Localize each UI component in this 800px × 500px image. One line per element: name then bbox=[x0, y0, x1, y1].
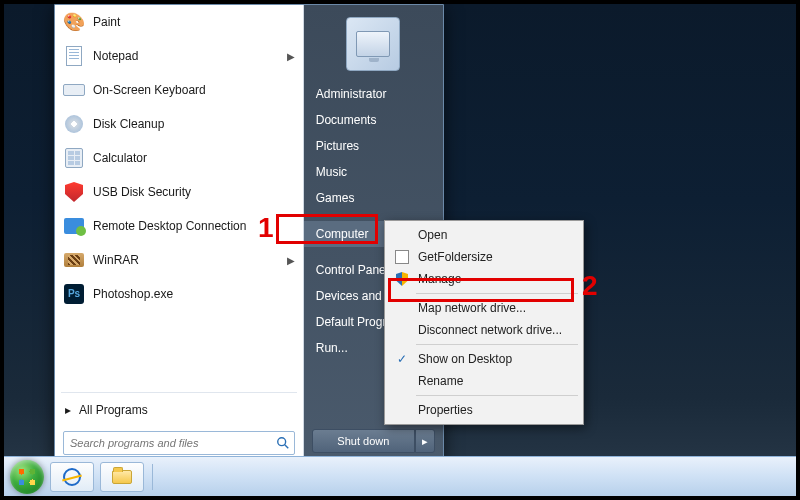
link-pictures[interactable]: Pictures bbox=[304, 133, 443, 159]
check-icon: ✓ bbox=[392, 352, 412, 366]
separator bbox=[416, 395, 578, 396]
ctx-label: Disconnect network drive... bbox=[418, 323, 562, 337]
program-disk-cleanup[interactable]: Disk Cleanup bbox=[55, 107, 303, 141]
submenu-arrow-icon: ▶ bbox=[287, 51, 295, 62]
program-label: On-Screen Keyboard bbox=[93, 83, 206, 97]
link-documents[interactable]: Documents bbox=[304, 107, 443, 133]
program-label: Remote Desktop Connection bbox=[93, 219, 246, 233]
folder-icon bbox=[112, 470, 132, 484]
separator bbox=[416, 293, 578, 294]
separator bbox=[416, 344, 578, 345]
shutdown-button[interactable]: Shut down bbox=[312, 429, 415, 453]
user-avatar[interactable] bbox=[346, 17, 400, 71]
svg-point-0 bbox=[277, 438, 285, 446]
link-label: Computer bbox=[316, 227, 369, 241]
ctx-rename[interactable]: Rename bbox=[388, 370, 580, 392]
taskbar-ie-button[interactable] bbox=[50, 462, 94, 492]
link-label: Control Panel bbox=[316, 263, 389, 277]
program-label: Paint bbox=[93, 15, 120, 29]
disk-icon bbox=[63, 113, 85, 135]
program-notepad[interactable]: Notepad ▶ bbox=[55, 39, 303, 73]
search-box[interactable] bbox=[63, 431, 295, 455]
ctx-label: Open bbox=[418, 228, 447, 242]
keyboard-icon bbox=[63, 79, 85, 101]
program-paint[interactable]: 🎨 Paint bbox=[55, 5, 303, 39]
program-label: Notepad bbox=[93, 49, 138, 63]
arrow-right-icon: ▸ bbox=[65, 403, 71, 417]
ctx-open[interactable]: Open bbox=[388, 224, 580, 246]
search-input[interactable] bbox=[64, 437, 272, 449]
ctx-show-desktop[interactable]: ✓Show on Desktop bbox=[388, 348, 580, 370]
program-osk[interactable]: On-Screen Keyboard bbox=[55, 73, 303, 107]
program-usb-security[interactable]: USB Disk Security bbox=[55, 175, 303, 209]
program-label: Calculator bbox=[93, 151, 147, 165]
monitor-icon bbox=[356, 31, 390, 57]
start-button[interactable] bbox=[10, 460, 44, 494]
program-rdp[interactable]: Remote Desktop Connection bbox=[55, 209, 303, 243]
ctx-disconnect-drive[interactable]: Disconnect network drive... bbox=[388, 319, 580, 341]
notepad-icon bbox=[63, 45, 85, 67]
link-label: Run... bbox=[316, 341, 348, 355]
taskbar-explorer-button[interactable] bbox=[100, 462, 144, 492]
ctx-label: Show on Desktop bbox=[418, 352, 512, 366]
context-menu: Open GetFoldersize Manage Map network dr… bbox=[384, 220, 584, 425]
uac-shield-icon bbox=[392, 272, 412, 286]
ctx-manage[interactable]: Manage bbox=[388, 268, 580, 290]
taskbar bbox=[4, 456, 796, 496]
annotation-number-2: 2 bbox=[582, 270, 598, 302]
submenu-arrow-icon: ▶ bbox=[287, 255, 295, 266]
search-icon bbox=[272, 432, 294, 454]
program-label: Photoshop.exe bbox=[93, 287, 173, 301]
link-administrator[interactable]: Administrator bbox=[304, 81, 443, 107]
link-label: Administrator bbox=[316, 87, 387, 101]
program-label: USB Disk Security bbox=[93, 185, 191, 199]
ie-icon bbox=[63, 468, 81, 486]
ctx-label: Properties bbox=[418, 403, 473, 417]
ctx-label: Rename bbox=[418, 374, 463, 388]
link-label: Documents bbox=[316, 113, 377, 127]
link-music[interactable]: Music bbox=[304, 159, 443, 185]
program-photoshop[interactable]: Ps Photoshop.exe bbox=[55, 277, 303, 311]
program-list: 🎨 Paint Notepad ▶ On-Screen Keyboard bbox=[55, 5, 303, 390]
app-icon bbox=[392, 250, 412, 264]
all-programs-label: All Programs bbox=[79, 403, 148, 417]
winrar-icon bbox=[63, 249, 85, 271]
ctx-label: GetFoldersize bbox=[418, 250, 493, 264]
rdp-icon bbox=[63, 215, 85, 237]
ctx-label: Manage bbox=[418, 272, 461, 286]
ctx-getfoldersize[interactable]: GetFoldersize bbox=[388, 246, 580, 268]
shield-icon bbox=[63, 181, 85, 203]
svg-line-1 bbox=[284, 445, 288, 449]
desktop-background: 🎨 Paint Notepad ▶ On-Screen Keyboard bbox=[4, 4, 796, 496]
program-label: Disk Cleanup bbox=[93, 117, 164, 131]
paint-icon: 🎨 bbox=[63, 11, 85, 33]
divider bbox=[61, 392, 297, 393]
program-winrar[interactable]: WinRAR ▶ bbox=[55, 243, 303, 277]
ctx-properties[interactable]: Properties bbox=[388, 399, 580, 421]
chevron-right-icon: ▸ bbox=[422, 435, 428, 448]
taskbar-separator bbox=[152, 464, 153, 490]
user-avatar-wrap bbox=[304, 13, 443, 81]
program-calculator[interactable]: Calculator bbox=[55, 141, 303, 175]
link-games[interactable]: Games bbox=[304, 185, 443, 211]
ctx-map-drive[interactable]: Map network drive... bbox=[388, 297, 580, 319]
calculator-icon bbox=[63, 147, 85, 169]
photoshop-icon: Ps bbox=[63, 283, 85, 305]
screenshot-frame: 🎨 Paint Notepad ▶ On-Screen Keyboard bbox=[0, 0, 800, 500]
shutdown-options-button[interactable]: ▸ bbox=[415, 429, 435, 453]
link-label: Pictures bbox=[316, 139, 359, 153]
program-label: WinRAR bbox=[93, 253, 139, 267]
ctx-label: Map network drive... bbox=[418, 301, 526, 315]
start-menu-left-pane: 🎨 Paint Notepad ▶ On-Screen Keyboard bbox=[55, 5, 304, 463]
all-programs-button[interactable]: ▸ All Programs bbox=[55, 395, 303, 425]
shutdown-label: Shut down bbox=[337, 435, 389, 447]
link-label: Games bbox=[316, 191, 355, 205]
link-label: Music bbox=[316, 165, 347, 179]
